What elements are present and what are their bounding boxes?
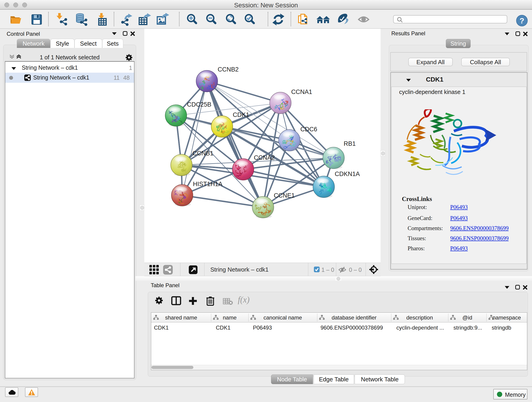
svg-text:HIST1H1A: HIST1H1A bbox=[193, 181, 222, 187]
svg-text:?: ? bbox=[520, 16, 525, 25]
svg-text:CCNA1: CCNA1 bbox=[291, 89, 312, 95]
svg-text:CCNB1: CCNB1 bbox=[192, 150, 214, 157]
svg-text:RB1: RB1 bbox=[344, 140, 356, 147]
svg-text:CDC25B: CDC25B bbox=[187, 101, 211, 108]
svg-text:CCNA2: CCNA2 bbox=[254, 154, 275, 161]
svg-text:CCNE1: CCNE1 bbox=[274, 192, 295, 199]
svg-text:CDKN1A: CDKN1A bbox=[335, 171, 360, 177]
svg-text:CCNB2: CCNB2 bbox=[218, 66, 239, 73]
svg-text:CDC6: CDC6 bbox=[300, 126, 317, 133]
svg-text:CDK1: CDK1 bbox=[233, 111, 249, 118]
